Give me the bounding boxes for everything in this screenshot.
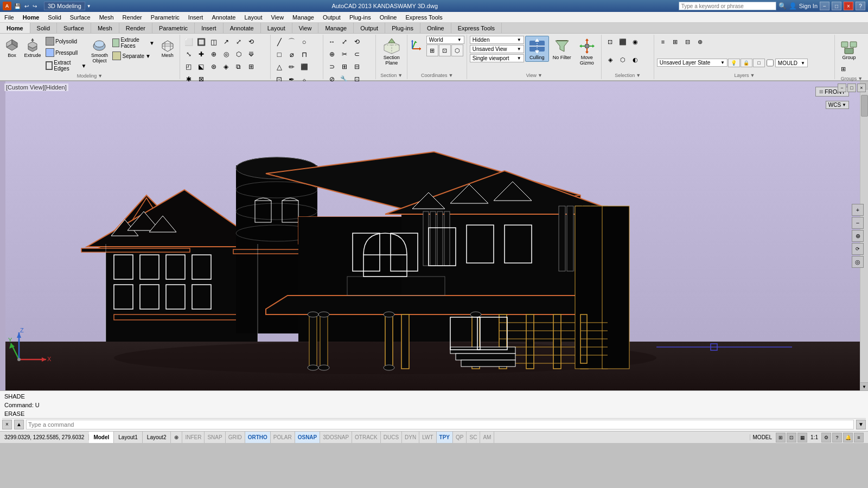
- quick-save-icon[interactable]: 💾: [13, 3, 22, 10]
- tool-btn-18[interactable]: ⊞: [245, 61, 257, 73]
- draw-btn-1[interactable]: ╱: [273, 36, 285, 48]
- tool-btn-6[interactable]: ⟲: [245, 36, 257, 48]
- view-ctrl-4[interactable]: ⟳: [852, 243, 864, 255]
- toggle-sc[interactable]: SC: [467, 432, 480, 443]
- minimize-btn[interactable]: −: [820, 2, 829, 10]
- tab-home[interactable]: Home: [0, 23, 30, 33]
- draw-btn-8[interactable]: ✏: [286, 61, 298, 73]
- unsaved-view-dropdown[interactable]: Unsaved View ▼: [470, 45, 524, 53]
- smooth-object-button[interactable]: SmoothObject: [90, 36, 109, 65]
- status-notify-icon[interactable]: 🔔: [843, 433, 853, 442]
- status-view-toggle-2[interactable]: ⊡: [787, 433, 796, 442]
- ucs-icon-btn[interactable]: [410, 36, 425, 51]
- toggle-qp[interactable]: QP: [453, 432, 467, 443]
- toggle-infer[interactable]: INFER: [182, 432, 205, 443]
- toggle-tpy[interactable]: TPY: [437, 432, 453, 443]
- tool-btn-10[interactable]: ◎: [220, 48, 232, 60]
- layer-btn-2[interactable]: ⊞: [669, 36, 681, 48]
- menu-file[interactable]: File: [0, 12, 18, 22]
- viewport-close-btn[interactable]: ×: [857, 84, 866, 92]
- draw-btn-4[interactable]: □: [273, 48, 285, 60]
- sel-dropdown[interactable]: ▼: [636, 73, 641, 78]
- quick-redo-icon[interactable]: ↪: [31, 3, 38, 10]
- presspull-button[interactable]: Presspull: [43, 47, 88, 58]
- search-icon[interactable]: 🔍: [778, 2, 787, 10]
- view-ctrl-2[interactable]: −: [852, 217, 864, 229]
- box-button[interactable]: Box: [2, 36, 22, 60]
- group-button[interactable]: Group: [838, 36, 860, 62]
- toggle-dyn[interactable]: DYN: [402, 432, 419, 443]
- view-ctrl-1[interactable]: +: [852, 204, 864, 216]
- toggle-ducs[interactable]: DUCS: [381, 432, 402, 443]
- wcs-dropdown-icon[interactable]: ▼: [842, 102, 846, 107]
- tool-btn-14[interactable]: ⬕: [195, 61, 207, 73]
- menu-express[interactable]: Express Tools: [401, 12, 446, 22]
- tool-btn-11[interactable]: ⬡: [233, 48, 245, 60]
- status-expand-icon[interactable]: ≡: [854, 433, 864, 442]
- viewport[interactable]: [Custom View][Hidden] − □ × ⊞ FRONT WCS …: [0, 81, 868, 390]
- hidden-dropdown[interactable]: Hidden ▼: [470, 36, 524, 44]
- menu-layout[interactable]: Layout: [240, 12, 266, 22]
- menu-surface[interactable]: Surface: [66, 12, 95, 22]
- no-filter-button[interactable]: No Filter: [550, 36, 574, 62]
- culling-button[interactable]: Culling: [525, 36, 549, 62]
- tab-surface[interactable]: Surface: [57, 23, 91, 33]
- tab-parametric[interactable]: Parametric: [152, 23, 195, 33]
- tool-btn-8[interactable]: ✚: [195, 48, 207, 60]
- menu-annotate[interactable]: Annotate: [207, 12, 240, 22]
- search-input[interactable]: [679, 2, 776, 10]
- help-btn[interactable]: ?: [856, 2, 865, 10]
- separate-button[interactable]: Separate▼: [110, 50, 156, 61]
- layer-state-btn-3[interactable]: □: [753, 59, 765, 67]
- cmd-expand-btn[interactable]: ▲: [14, 420, 24, 429]
- modify-btn-1[interactable]: ↔: [326, 36, 338, 48]
- move-gizmo-button[interactable]: Move Gizmo: [575, 36, 599, 67]
- toggle-am[interactable]: AM: [480, 432, 494, 443]
- tool-btn-3[interactable]: ◫: [208, 36, 220, 48]
- tool-btn-17[interactable]: ⧉: [233, 61, 245, 73]
- sel-btn-2[interactable]: ⬛: [617, 36, 629, 48]
- tool-btn-12[interactable]: ⟱: [245, 48, 257, 60]
- toggle-polar[interactable]: POLAR: [271, 432, 295, 443]
- modify-btn-8[interactable]: ⊞: [339, 61, 350, 73]
- layer-btn-4[interactable]: ⊕: [694, 36, 706, 48]
- world-dropdown[interactable]: World ▼: [426, 36, 464, 44]
- draw-btn-9[interactable]: ⬛: [298, 61, 310, 73]
- cmd-scroll-btn[interactable]: ▼: [856, 420, 866, 429]
- tab-manage[interactable]: Manage: [318, 23, 354, 33]
- menu-insert[interactable]: Insert: [184, 12, 208, 22]
- menu-render[interactable]: Render: [118, 12, 146, 22]
- close-btn[interactable]: ×: [844, 2, 853, 10]
- tab-layout1[interactable]: Layout1: [114, 432, 143, 443]
- extract-edges-button[interactable]: Extract Edges▼: [43, 59, 88, 73]
- status-view-toggle-1[interactable]: ⊞: [776, 433, 786, 442]
- mould-dropdown[interactable]: MOULD ▼: [775, 59, 808, 67]
- menu-manage[interactable]: Manage: [288, 12, 318, 22]
- menu-view[interactable]: View: [266, 12, 288, 22]
- menu-home[interactable]: Home: [18, 12, 44, 22]
- sel-btn-6[interactable]: ◐: [629, 54, 641, 66]
- tab-annotate[interactable]: Annotate: [224, 23, 261, 33]
- tab-insert[interactable]: Insert: [195, 23, 224, 33]
- modify-btn-2[interactable]: ⤢: [339, 36, 350, 48]
- modify-btn-7[interactable]: ⊃: [326, 61, 338, 73]
- view-ctrl-3[interactable]: ⊕: [852, 230, 864, 242]
- quick-undo-icon[interactable]: ↩: [23, 3, 30, 10]
- layer-state-btn-1[interactable]: 💡: [728, 59, 740, 67]
- tool-btn-4[interactable]: ↗: [220, 36, 232, 48]
- modify-btn-4[interactable]: ⊕: [326, 48, 338, 60]
- modify-btn-9[interactable]: ⊟: [351, 61, 363, 73]
- draw-btn-2[interactable]: ⌒: [286, 36, 298, 48]
- tool-btn-7[interactable]: ⤡: [183, 48, 195, 60]
- tool-btn-16[interactable]: ◈: [220, 61, 232, 73]
- ucs-btn-3[interactable]: ⬡: [451, 44, 463, 56]
- tab-output[interactable]: Output: [354, 23, 385, 33]
- toggle-snap[interactable]: SNAP: [205, 432, 225, 443]
- draw-btn-5[interactable]: ⌀: [286, 48, 298, 60]
- extrude-button[interactable]: Extrude: [23, 36, 42, 60]
- sel-btn-5[interactable]: ⬡: [617, 54, 629, 66]
- layer-freeze-check[interactable]: [767, 59, 774, 67]
- draw-btn-3[interactable]: ○: [298, 36, 310, 48]
- tab-express[interactable]: Express Tools: [451, 23, 502, 33]
- modify-btn-6[interactable]: ⊂: [351, 48, 363, 60]
